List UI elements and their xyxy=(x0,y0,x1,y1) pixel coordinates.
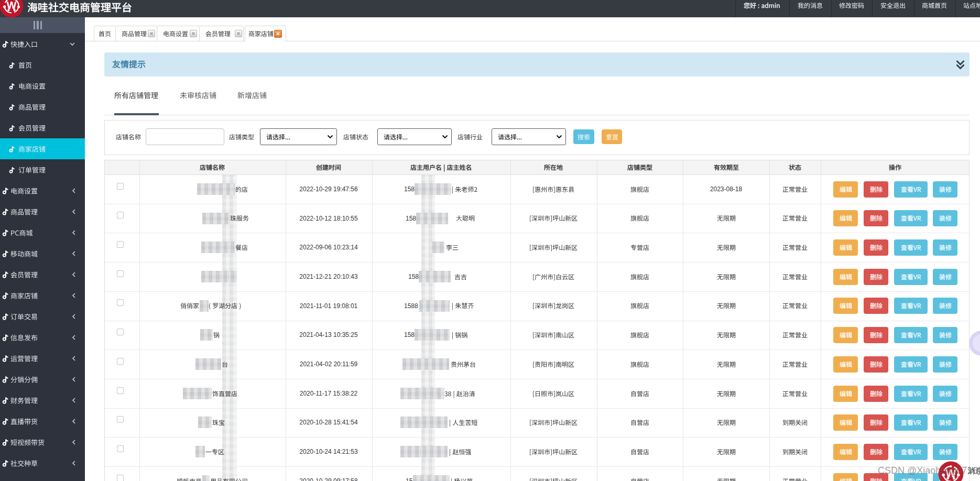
svg-text:W: W xyxy=(7,0,17,11)
